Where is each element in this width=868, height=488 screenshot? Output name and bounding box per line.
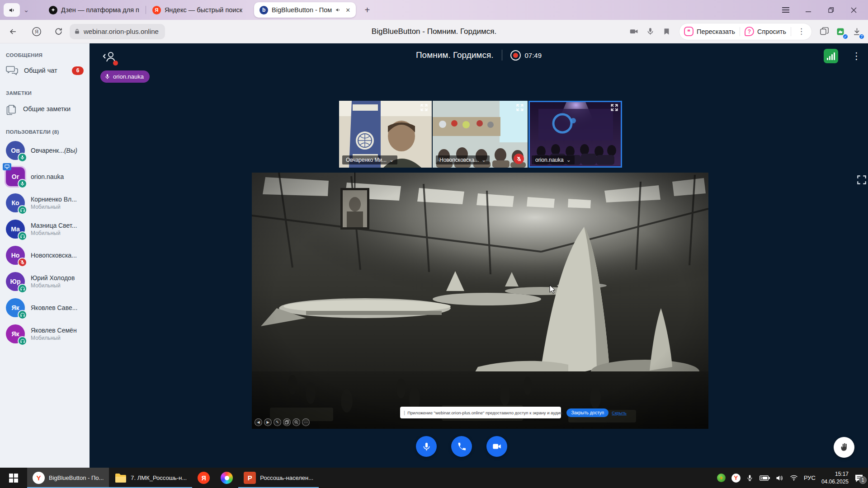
- extension-button[interactable]: ✓: [834, 25, 847, 38]
- chevron-down-icon: ⌄: [566, 157, 571, 163]
- refresh-button[interactable]: [51, 24, 66, 39]
- taskbar-app-1[interactable]: 7. ЛМК_Россошь-н...: [109, 468, 192, 488]
- browser-menu-button[interactable]: [777, 3, 795, 17]
- downloads-button[interactable]: 7: [850, 25, 863, 38]
- battery-icon: [759, 475, 770, 481]
- webcam-name-label[interactable]: orion.nauka⌄: [532, 155, 575, 164]
- signal-bar: [834, 52, 835, 60]
- user-list-item[interactable]: ЯкЯковлев Саве...: [0, 295, 90, 321]
- raise-hand-button[interactable]: [834, 437, 854, 458]
- sidebar: СООБЩЕНИЯ Общий чат 6 ЗАМЕТКИ Общие заме…: [0, 43, 90, 468]
- webcam-muted-icon: [514, 154, 524, 164]
- minimize-button[interactable]: [799, 3, 817, 17]
- screen-share-view[interactable]: || Приложение "webinar.orion-plus.online…: [252, 173, 708, 429]
- webcam-name-label[interactable]: Новопсковска...⌄: [436, 155, 490, 164]
- record-indicator[interactable]: 07:49: [510, 50, 542, 61]
- user-device-label: Мобильный: [31, 282, 75, 289]
- tab-camera-button[interactable]: [627, 25, 641, 38]
- url-field[interactable]: webinar.orion-plus.online: [70, 24, 165, 39]
- yandex-tray-icon[interactable]: Y: [731, 474, 741, 483]
- date: 04.06.2025: [821, 478, 849, 485]
- stop-share-button[interactable]: Закрыть доступ: [566, 408, 609, 417]
- webcam-fullscreen-button[interactable]: [515, 103, 524, 112]
- yandex-home-button[interactable]: Я: [29, 24, 44, 39]
- sidebar-item-shared-notes[interactable]: Общие заметки: [0, 98, 90, 120]
- global-mute-button[interactable]: [4, 3, 20, 17]
- phone-icon: [457, 442, 467, 451]
- webcam-2[interactable]: orion.nauka⌄: [528, 101, 622, 168]
- chevron-down-icon[interactable]: ⌄: [20, 3, 33, 17]
- webcam-button[interactable]: [486, 436, 507, 457]
- tab-mic-button[interactable]: [644, 25, 657, 38]
- mic-badge: [18, 179, 27, 188]
- mic-badge: [18, 153, 27, 162]
- user-list-item[interactable]: ЮрЮрий ХолодовМобильный: [0, 268, 90, 295]
- recording-timer: 07:49: [525, 52, 542, 59]
- next-slide-button[interactable]: ▶: [264, 418, 272, 426]
- microphone-tray-icon[interactable]: [746, 474, 753, 482]
- browser-tab-1[interactable]: ЯЯндекс — быстрый поиск: [147, 0, 248, 20]
- user-list-item[interactable]: ЯкЯковлев СемёнМобильный: [0, 321, 90, 347]
- webcam-fullscreen-button[interactable]: [610, 103, 619, 112]
- meeting-header: Помним. Гордимся. 07:49: [90, 50, 868, 61]
- clock[interactable]: 15:17 04.06.2025: [821, 470, 849, 485]
- wifi-tray-icon[interactable]: [790, 474, 798, 481]
- taskbar-app-0[interactable]: YBigBlueButton - По...: [27, 468, 109, 488]
- bookmark-button[interactable]: [660, 25, 674, 38]
- ai-more-button[interactable]: ⋮: [796, 27, 807, 36]
- webcam-0[interactable]: Овчаренко Ми...⌄: [339, 101, 432, 168]
- slides-button[interactable]: [283, 418, 291, 426]
- avatar: Но: [6, 246, 25, 265]
- user-list-item[interactable]: Ororion.nauka: [0, 164, 90, 190]
- tab-label: Яндекс — быстрый поиск: [165, 6, 242, 14]
- record-dot-icon: [513, 53, 518, 58]
- webcam-1[interactable]: Новопсковска...⌄: [433, 101, 528, 168]
- options-menu-button[interactable]: ⋮: [848, 50, 865, 62]
- taskbar-app-2[interactable]: Я: [192, 468, 215, 488]
- new-tab-button[interactable]: +: [360, 3, 374, 17]
- maximize-button[interactable]: [822, 3, 840, 17]
- zoom-button[interactable]: [292, 418, 300, 426]
- close-window-button[interactable]: [844, 3, 863, 17]
- drag-handle[interactable]: ||: [404, 410, 404, 415]
- camera-icon: [629, 27, 639, 36]
- mute-microphone-button[interactable]: [416, 436, 437, 457]
- browser-tab-0[interactable]: Дзен — платформа для п: [43, 0, 145, 20]
- ask-button[interactable]: ? Спросить: [745, 27, 786, 36]
- close-tab-button[interactable]: ✕: [344, 7, 351, 14]
- antivirus-tray-icon[interactable]: +: [717, 474, 726, 482]
- browser-tab-2[interactable]: bBigBlueButton - Пом✕: [254, 2, 356, 18]
- language-indicator[interactable]: РУС: [804, 474, 816, 481]
- start-button[interactable]: [0, 468, 27, 488]
- volume-tray-icon[interactable]: [776, 474, 784, 482]
- muted-mic-badge: [18, 258, 27, 267]
- user-list-item[interactable]: НоНовопсковска...: [0, 242, 90, 268]
- fullscreen-button[interactable]: [856, 174, 868, 186]
- speaker-icon: [9, 7, 15, 14]
- connection-status-button[interactable]: [824, 49, 838, 63]
- action-center-button[interactable]: 1: [854, 474, 863, 482]
- taskbar-app-3[interactable]: [215, 468, 238, 488]
- hide-notification-link[interactable]: Скрыть: [612, 410, 626, 415]
- meeting-title: Помним. Гордимся.: [416, 50, 494, 60]
- previous-slide-button[interactable]: ◀: [255, 418, 262, 426]
- retell-button[interactable]: ❝ Пересказать: [684, 27, 735, 36]
- taskbar-app-4[interactable]: PРоссошь-населен...: [238, 468, 319, 488]
- user-list-item[interactable]: ОвОвчаренк...(Вы): [0, 137, 90, 164]
- listen-badge: [18, 284, 27, 293]
- tab-groups-button[interactable]: [817, 25, 831, 38]
- chevron-down-icon: ⌄: [481, 157, 486, 163]
- sidebar-item-public-chat[interactable]: Общий чат 6: [0, 60, 90, 81]
- leave-audio-button[interactable]: [451, 436, 472, 457]
- webcam-fullscreen-button[interactable]: [420, 103, 429, 112]
- talking-indicator[interactable]: orion.nauka: [100, 70, 150, 83]
- annotate-button[interactable]: ✎: [274, 418, 281, 426]
- microphone-icon: [646, 27, 655, 36]
- back-button[interactable]: [5, 24, 21, 39]
- tab-audio-icon[interactable]: [335, 7, 341, 13]
- battery-tray-icon[interactable]: [759, 475, 770, 481]
- more-tools-button[interactable]: ⋯: [302, 418, 310, 426]
- webcam-name-label[interactable]: Овчаренко Ми...⌄: [342, 155, 397, 164]
- user-list-item[interactable]: КоКорниенко Вл...Мобильный: [0, 190, 90, 216]
- user-list-item[interactable]: МаМазница Свет...Мобильный: [0, 216, 90, 242]
